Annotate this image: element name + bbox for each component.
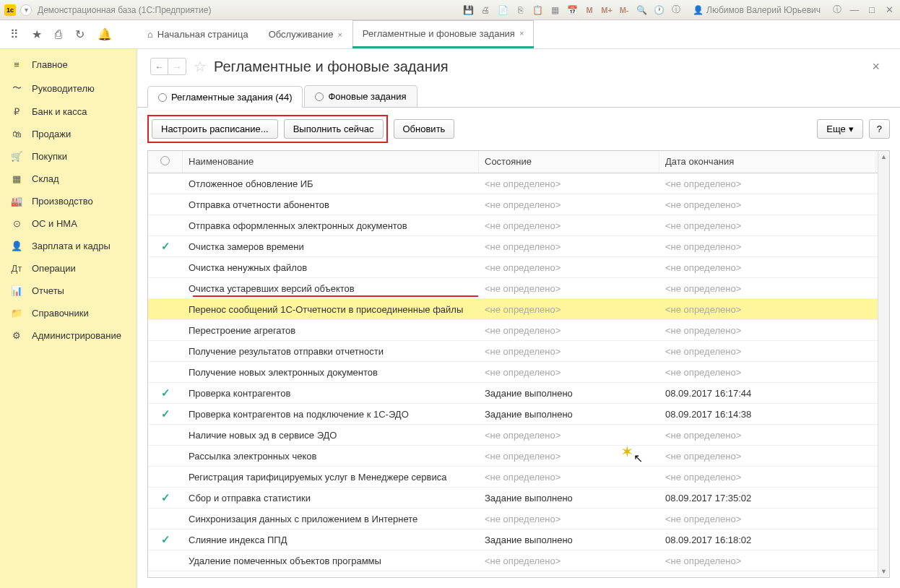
clock-icon[interactable]: 🕐 (652, 4, 665, 17)
nav-label: Справочники (32, 308, 89, 319)
window-title: Демонстрационная база (1С:Предприятие) (38, 5, 462, 15)
nav-icon: 📊 (10, 285, 23, 296)
sidebar-item[interactable]: ₽Банк и касса (0, 100, 137, 123)
tab-close-icon[interactable]: × (519, 29, 524, 38)
maximize-button[interactable]: □ (865, 4, 878, 17)
table-row[interactable]: Перестроение агрегатов<не определено><не… (148, 320, 889, 341)
highlighted-buttons: Настроить расписание... Выполнить сейчас (147, 115, 388, 143)
run-now-button[interactable]: Выполнить сейчас (284, 119, 384, 139)
refresh-button[interactable]: Обновить (394, 119, 455, 139)
sidebar-item[interactable]: 📁Справочники (0, 302, 137, 324)
top-tab[interactable]: ⌂Начальная страница (137, 20, 259, 48)
scroll-up-icon[interactable]: ▲ (878, 151, 889, 163)
schedule-button[interactable]: Настроить расписание... (152, 119, 278, 139)
sidebar-item[interactable]: 〜Руководителю (0, 76, 137, 100)
row-date: <не определено> (659, 346, 889, 357)
table-row[interactable]: ✓Слияние индекса ППДЗадание выполнено08.… (148, 529, 889, 550)
close-button[interactable]: ✕ (883, 4, 896, 17)
table-row[interactable]: Перенос сообщений 1С-Отчетности в присое… (148, 299, 889, 320)
dropdown-icon[interactable]: ▾ (20, 4, 32, 16)
page-close-button[interactable]: × (872, 59, 887, 74)
row-date: <не определено> (659, 430, 889, 441)
nav-icon: ⊙ (10, 218, 23, 229)
sidebar-item[interactable]: 🏭Производство (0, 190, 137, 212)
table-row[interactable]: Получение новых электронных документов<н… (148, 362, 889, 383)
copy-icon[interactable]: 📋 (531, 4, 544, 17)
sidebar-item[interactable]: ≡Главное (0, 53, 137, 76)
row-state: <не определено> (479, 262, 659, 273)
user-label[interactable]: 👤Любимов Валерий Юрьевич (693, 5, 821, 15)
table-row[interactable]: Удаление помеченных объектов программы<н… (148, 550, 889, 571)
row-state: Задание выполнено (479, 493, 659, 503)
row-name: Проверка контрагентов (183, 388, 479, 399)
more-button[interactable]: Еще▾ (817, 119, 862, 139)
history-icon[interactable]: ↻ (75, 27, 85, 41)
minimize-button[interactable]: — (848, 4, 861, 17)
bell-icon[interactable]: 🔔 (98, 27, 112, 41)
m-button[interactable]: M (583, 4, 596, 17)
subtab[interactable]: Регламентные задания (44) (147, 86, 303, 108)
nav-back-button[interactable]: ← (151, 59, 168, 74)
row-name: Слияние индекса ППД (183, 535, 479, 545)
top-tab[interactable]: Обслуживание× (259, 20, 352, 48)
table-row[interactable]: Рассылка электронных чеков<не определено… (148, 446, 889, 467)
calendar-icon[interactable]: 📅 (566, 4, 579, 17)
col-check-header[interactable] (148, 151, 183, 173)
print-icon[interactable]: 🖨 (479, 4, 492, 17)
info-icon[interactable]: ⓘ (670, 4, 683, 17)
apps-icon[interactable]: ⠿ (10, 27, 19, 41)
help-button[interactable]: ? (869, 119, 890, 139)
m-plus-button[interactable]: M+ (600, 4, 613, 17)
favorite-star-icon[interactable]: ☆ (194, 58, 207, 75)
help-icon[interactable]: ⓘ (831, 4, 844, 17)
sidebar-item[interactable]: ДтОперации (0, 257, 137, 280)
row-state: <не определено> (479, 199, 659, 210)
page-title: Регламентные и фоновые задания (214, 59, 449, 75)
table-row[interactable]: ✓Проверка контрагентов на подключение к … (148, 404, 889, 425)
star-icon[interactable]: ★ (32, 27, 42, 41)
zoom-in-icon[interactable]: 🔍 (635, 4, 648, 17)
table-row[interactable]: Очистка ненужных файлов<не определено><н… (148, 257, 889, 278)
nav-forward-button[interactable]: → (168, 59, 186, 74)
col-state-header[interactable]: Состояние (479, 151, 659, 173)
sidebar-item[interactable]: ▦Склад (0, 168, 137, 190)
top-tab[interactable]: Регламентные и фоновые задания× (352, 20, 535, 48)
m-minus-button[interactable]: M- (618, 4, 631, 17)
row-name: Отложенное обновление ИБ (183, 178, 479, 189)
sidebar-item[interactable]: ⚙Администрирование (0, 324, 137, 347)
table-row[interactable]: ✓Сбор и отправка статистикиЗадание выпол… (148, 488, 889, 509)
vertical-scrollbar[interactable]: ▲ ▼ (878, 151, 889, 577)
sidebar-item[interactable]: 🛍Продажи (0, 123, 137, 145)
table-row[interactable]: Отправка отчетности абонентов<не определ… (148, 194, 889, 215)
table-row[interactable]: Регистрация тарифицируемых услуг в Менед… (148, 467, 889, 488)
document-icon[interactable]: 📄 (496, 4, 509, 17)
table-row[interactable]: Отправка оформленных электронных докумен… (148, 215, 889, 236)
tab-close-icon[interactable]: × (337, 30, 342, 39)
sidebar-item[interactable]: ⊙ОС и НМА (0, 212, 137, 235)
nav-icon: 〜 (10, 82, 23, 95)
table-row[interactable]: ✓Очистка замеров времени<не определено><… (148, 236, 889, 257)
nav-label: Главное (32, 59, 68, 70)
table-row[interactable]: Синхронизация данных с приложением в Инт… (148, 509, 889, 529)
save-icon[interactable]: 💾 (462, 4, 475, 17)
table-row[interactable]: Наличие новых эд в сервисе ЭДО<не опреде… (148, 425, 889, 446)
nav-label: Зарплата и кадры (32, 241, 111, 251)
sidebar-item[interactable]: 📊Отчеты (0, 280, 137, 302)
col-date-header[interactable]: Дата окончания (659, 151, 876, 173)
sidebar-item[interactable]: 👤Зарплата и кадры (0, 235, 137, 257)
table-row[interactable]: Отложенное обновление ИБ<не определено><… (148, 173, 889, 194)
compare-icon[interactable]: ⎘ (514, 4, 527, 17)
subtab[interactable]: Фоновые задания (304, 85, 417, 107)
table-row[interactable]: ✓Проверка контрагентовЗадание выполнено0… (148, 383, 889, 404)
calc-icon[interactable]: ▦ (548, 4, 561, 17)
row-date: <не определено> (659, 220, 889, 231)
sidebar-item[interactable]: 🛒Покупки (0, 145, 137, 168)
tray-icon[interactable]: ⎙ (55, 28, 62, 41)
table-row[interactable]: Получение результатов отправки отчетност… (148, 341, 889, 362)
scroll-down-icon[interactable]: ▼ (878, 566, 889, 577)
col-name-header[interactable]: Наименование (183, 151, 479, 173)
row-date: <не определено> (659, 283, 889, 294)
data-grid: Наименование Состояние Дата окончания От… (147, 150, 890, 578)
row-check: ✓ (148, 491, 183, 504)
row-name: Получение новых электронных документов (183, 367, 479, 378)
